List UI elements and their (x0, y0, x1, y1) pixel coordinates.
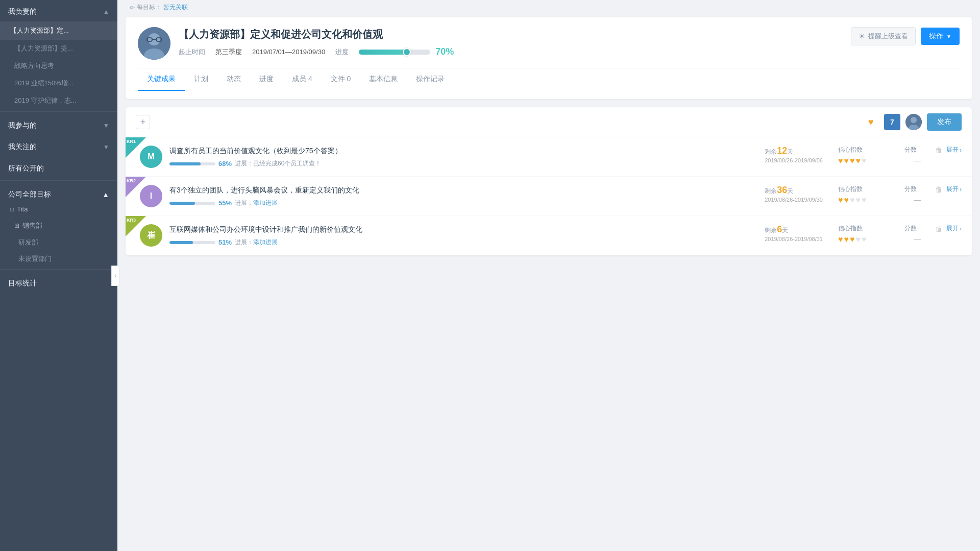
kr2-pct: 55% (218, 199, 232, 207)
kr2-desc-link[interactable]: 添加进展 (253, 199, 278, 206)
kr2-confidence: 信心指数 ♥ ♥ ♥ ♥ ♥ (838, 185, 889, 205)
kr3-desc: 进展：添加进展 (235, 238, 278, 247)
sidebar-item-1[interactable]: 【人力资源部】提... (0, 40, 117, 57)
sidebar-my-participate-label: 我参与的 (8, 121, 37, 130)
okr-meta: 起止时间 第三季度 2019/07/01—2019/09/30 进度 70% (179, 46, 454, 57)
star-1: ♥ (838, 196, 843, 205)
kr3-score-label: 分数 (904, 224, 930, 233)
kr-toolbar: + ♥ 7 发布 (126, 107, 972, 137)
operate-button[interactable]: 操作 ▼ (921, 28, 960, 45)
checkbox-icon: □ (10, 206, 14, 213)
kr1-progress-row: 68% 进展：已经完成60个员工调查！ (169, 159, 754, 168)
kr-toolbar-left: + (136, 115, 150, 129)
star-5: ♥ (862, 235, 867, 244)
sidebar-divider-3 (0, 269, 117, 270)
sidebar-my-participate[interactable]: 我参与的 ▼ (0, 114, 117, 135)
avatar-small[interactable] (905, 114, 922, 130)
breadcrumb-link[interactable]: 暂无关联 (163, 3, 188, 12)
sidebar-company-unset-label: 未设置部门 (18, 255, 52, 262)
tab-5[interactable]: 文件 0 (322, 68, 360, 91)
kr2-desc: 进展：添加进展 (235, 199, 278, 207)
okr-title: 【人力资源部】定义和促进公司文化和价值观 (179, 27, 454, 41)
time-quarter: 第三季度 (215, 47, 242, 57)
kr3-badge-text: KR3 (127, 218, 136, 223)
tab-2[interactable]: 动态 (217, 68, 250, 91)
sidebar-item-4[interactable]: 2019 守护纪律，志... (0, 92, 117, 109)
expand-button-3[interactable]: 展开 › (946, 224, 962, 233)
main-content: ✏ 每目标： 暂无关联 (117, 0, 980, 551)
sidebar-all-public-label: 所有公开的 (8, 164, 44, 173)
trash-icon-3[interactable]: 🗑 (935, 225, 942, 233)
tab-6[interactable]: 基本信息 (360, 68, 407, 91)
kr3-progress-bar-fill (169, 241, 193, 244)
kr2-actions: 🗑 展开 › (935, 185, 962, 194)
okr-header: 【人力资源部】定义和促进公司文化和价值观 起止时间 第三季度 2019/07/0… (138, 27, 960, 60)
kr3-right: 剩余6天 2019/08/26-2019/08/31 信心指数 ♥ ♥ ♥ ♥ … (765, 224, 930, 244)
kr3-progress-bar-bg (169, 241, 215, 244)
star-4: ♥ (856, 235, 861, 244)
expand-button-2[interactable]: 展开 › (946, 185, 962, 194)
kr3-pct: 51% (218, 238, 232, 246)
kr1-remain-date: 2019/08/26-2019/09/06 (765, 157, 823, 163)
kr2-score-label: 分数 (904, 185, 930, 194)
sidebar-my-responsible[interactable]: 我负责的 ▲ (0, 0, 117, 21)
kr3-score: 分数 — (904, 224, 930, 243)
tab-0[interactable]: 关键成果 (138, 68, 185, 91)
kr-row-1: KR1 M 调查所有员工的当前价值观文化（收到最少75个答案） 68% 进展：已… (126, 137, 972, 177)
operate-label: 操作 (929, 32, 943, 41)
progress-bar-wrap: 70% (359, 46, 454, 57)
tab-4[interactable]: 成员 4 (283, 68, 322, 91)
sidebar-item-3[interactable]: 2019 业绩150%增... (0, 75, 117, 92)
sidebar-company-sales[interactable]: ⊞ 销售部 (0, 217, 117, 234)
expand-button-1[interactable]: 展开 › (946, 146, 962, 154)
star-3: ♥ (850, 156, 855, 165)
sidebar-stats-title: 目标统计 (0, 272, 117, 292)
calendar-button[interactable]: 7 (884, 114, 900, 130)
sidebar-item-2[interactable]: 战略方向思考 (0, 57, 117, 75)
sidebar-divider-2 (0, 180, 117, 181)
sidebar-all-public[interactable]: 所有公开的 (0, 157, 117, 178)
remind-label: 提醒上级查看 (868, 32, 908, 41)
star-5: ♥ (862, 156, 867, 165)
star-1: ♥ (838, 156, 843, 165)
heart-button[interactable]: ♥ (863, 114, 879, 130)
add-kr-button[interactable]: + (136, 115, 150, 129)
progress-pct: 70% (435, 46, 454, 57)
tab-3[interactable]: 进度 (250, 68, 283, 91)
kr1-badge-text: KR1 (127, 139, 136, 144)
star-1: ♥ (838, 235, 843, 244)
sidebar-company-tita[interactable]: □ Tita (0, 201, 117, 217)
kr3-desc-link[interactable]: 添加进展 (253, 238, 278, 246)
kr1-content: 调查所有员工的当前价值观文化（收到最少75个答案） 68% 进展：已经完成60个… (169, 146, 754, 168)
sidebar-my-follow[interactable]: 我关注的 ▼ (0, 135, 117, 157)
dropdown-arrow-icon: ▼ (946, 34, 951, 39)
sidebar-company-rd[interactable]: 研发部 (0, 234, 117, 251)
kr1-score-label: 分数 (904, 146, 930, 154)
kr2-confidence-label: 信心指数 (838, 185, 889, 194)
kr2-score-val: — (904, 196, 930, 204)
kr1-remain: 剩余12天 2019/08/26-2019/09/06 (765, 146, 823, 163)
sidebar-company-unset[interactable]: 未设置部门 (0, 251, 117, 267)
kr1-badge-wrap: KR1 (126, 137, 146, 158)
progress-label: 进度 (335, 47, 349, 57)
okr-header-right: ☀ 提醒上级查看 操作 ▼ (851, 27, 960, 45)
tab-7[interactable]: 操作记录 (407, 68, 454, 91)
publish-button[interactable]: 发布 (927, 113, 962, 131)
star-5: ♥ (862, 196, 867, 205)
sidebar-item-0[interactable]: 【人力资源部】定... (0, 21, 117, 40)
trash-icon-2[interactable]: 🗑 (935, 185, 942, 194)
sidebar-company-section[interactable]: 公司全部目标 ▲ (0, 183, 117, 201)
okr-card: 【人力资源部】定义和促进公司文化和价值观 起止时间 第三季度 2019/07/0… (126, 17, 972, 99)
sidebar-company-sales-label: 销售部 (22, 221, 42, 230)
kr3-progress-row: 51% 进展：添加进展 (169, 238, 754, 247)
kr1-confidence: 信心指数 ♥ ♥ ♥ ♥ ♥ (838, 146, 889, 165)
kr2-remain: 剩余36天 2019/08/26-2019/09/30 (765, 185, 823, 203)
sidebar-divider-1 (0, 111, 117, 112)
bell-icon: ☀ (859, 32, 865, 40)
tab-1[interactable]: 计划 (185, 68, 217, 91)
sidebar-company-label: 公司全部目标 (8, 190, 51, 199)
sidebar-collapse-handle[interactable]: ‹ (111, 266, 119, 286)
trash-icon-1[interactable]: 🗑 (935, 146, 942, 154)
remind-button[interactable]: ☀ 提醒上级查看 (851, 27, 916, 45)
breadcrumb-label: 每目标： (137, 3, 161, 12)
